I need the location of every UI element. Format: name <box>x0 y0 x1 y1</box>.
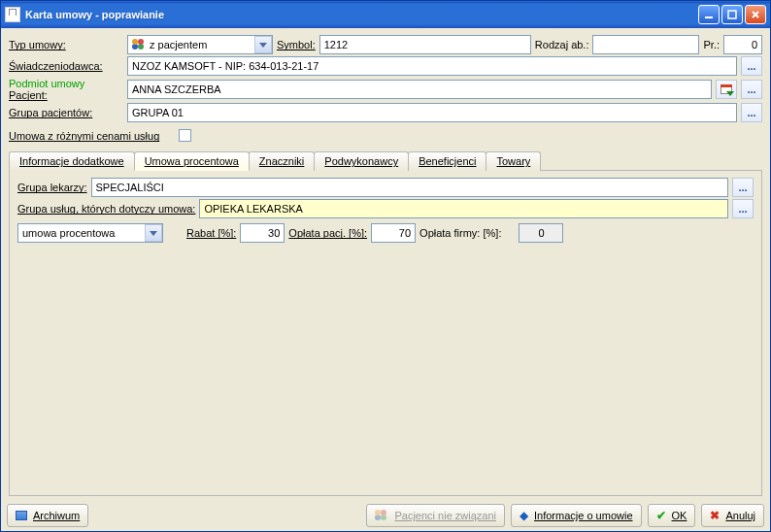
grupa-lekarzy-browse-button[interactable]: ... <box>732 178 754 197</box>
grupa-uslug-browse-button[interactable]: ... <box>732 199 754 218</box>
window-title: Karta umowy - poprawianie <box>25 9 698 20</box>
archiwum-button[interactable]: Archiwum <box>7 504 88 527</box>
label-podmiot-pacjent: Podmiot umowy Pacjent: <box>9 78 123 101</box>
typ-umowy-value: z pacjentem <box>150 39 207 50</box>
tab-beneficjenci[interactable]: Beneficjenci <box>408 151 486 171</box>
window: Karta umowy - poprawianie Typ umowy: z p… <box>0 0 771 532</box>
typ-umowy-proc-combo[interactable]: umowa procentowa <box>17 223 163 243</box>
pacjent-input[interactable] <box>127 80 712 99</box>
typ-umowy-proc-value: umowa procentowa <box>22 227 115 239</box>
tab-znaczniki[interactable]: Znaczniki <box>249 151 315 171</box>
label-podmiot-umowy: Podmiot umowy <box>9 78 123 89</box>
label-swiadczeniodawca: Świadczeniodawca: <box>9 60 123 72</box>
check-icon: ✔ <box>656 510 666 521</box>
label-rabat: Rabat [%]: <box>186 227 236 239</box>
pacjenci-nie-zwiazani-label: Pacjenci nie związani <box>394 510 496 521</box>
content: Typ umowy: z pacjentem Symbol: Rodzaj ab… <box>1 28 770 500</box>
symbol-input[interactable] <box>319 35 531 54</box>
pacjent-calendar-button[interactable] <box>716 80 737 99</box>
label-pr: Pr.: <box>703 39 720 50</box>
archiwum-label: Archiwum <box>33 510 80 521</box>
tab-body: Grupa lekarzy: ... Grupa usług, których … <box>9 171 762 496</box>
rodzaj-ab-input[interactable] <box>592 35 699 54</box>
umowa-rozne-ceny-checkbox[interactable] <box>179 129 191 142</box>
grupa-lekarzy-input[interactable] <box>91 178 728 197</box>
minimize-button[interactable] <box>698 5 720 24</box>
anuluj-button[interactable]: ✖ Anuluj <box>701 504 764 527</box>
people-icon <box>132 39 146 50</box>
label-typ-umowy: Typ umowy: <box>9 39 123 50</box>
tab-umowa-procentowa[interactable]: Umowa procentowa <box>134 151 250 171</box>
pr-input[interactable] <box>723 35 762 54</box>
close-button[interactable] <box>745 5 766 24</box>
svg-rect-0 <box>705 17 713 18</box>
info-icon: ◆ <box>520 510 528 521</box>
label-oplata-pacj: Opłata pacj. [%]: <box>288 227 367 239</box>
label-pacjent: Pacjent: <box>9 89 123 101</box>
informacje-o-umowie-label: Informacje o umowie <box>534 510 633 521</box>
people-icon <box>375 510 388 521</box>
label-grupa-pacjentow: Grupa pacjentów: <box>9 107 123 118</box>
ok-label: OK <box>672 510 687 521</box>
pacjenci-nie-zwiazani-button: Pacjenci nie związani <box>366 504 505 527</box>
tab-info[interactable]: Informacje dodatkowe <box>9 151 135 171</box>
rabat-input[interactable] <box>240 223 285 243</box>
archive-icon <box>16 511 27 520</box>
tab-podwykonawcy[interactable]: Podwykonawcy <box>314 151 409 171</box>
swiadczeniodawca-input[interactable] <box>127 56 737 76</box>
label-oplata-firmy: Opłata firmy: [%]: <box>419 227 501 239</box>
maximize-button[interactable] <box>721 5 743 24</box>
svg-rect-1 <box>728 11 736 18</box>
label-grupa-lekarzy: Grupa lekarzy: <box>17 182 87 193</box>
anuluj-label: Anuluj <box>725 510 755 521</box>
cancel-icon: ✖ <box>710 510 720 521</box>
label-symbol: Symbol: <box>277 39 316 50</box>
swiadczeniodawca-browse-button[interactable]: ... <box>741 56 762 76</box>
typ-umowy-dropdown-button[interactable] <box>254 36 272 53</box>
oplata-pacj-input[interactable] <box>371 223 416 243</box>
informacje-o-umowie-button[interactable]: ◆ Informacje o umowie <box>511 504 642 527</box>
typ-umowy-combo[interactable]: z pacjentem <box>127 35 273 54</box>
titlebar: Karta umowy - poprawianie <box>1 1 770 28</box>
tabs-bar: Informacje dodatkowe Umowa procentowa Zn… <box>9 150 762 171</box>
footer: Archiwum Pacjenci nie związani ◆ Informa… <box>1 500 770 531</box>
oplata-firmy-display <box>519 223 563 243</box>
typ-umowy-proc-dropdown-button[interactable] <box>145 224 162 242</box>
label-grupa-uslug: Grupa usług, których dotyczy umowa: <box>17 203 195 215</box>
label-rodzaj-ab: Rodzaj ab.: <box>535 39 589 50</box>
grupa-uslug-input[interactable] <box>199 199 728 218</box>
label-umowa-rozne-ceny: Umowa z różnymi cenami usług <box>9 130 159 142</box>
ok-button[interactable]: ✔ OK <box>648 504 696 527</box>
grupa-pacjentow-input[interactable] <box>127 103 737 122</box>
pacjent-browse-button[interactable]: ... <box>741 80 762 99</box>
app-icon <box>5 7 20 22</box>
calendar-icon <box>721 84 732 94</box>
grupa-pacjentow-browse-button[interactable]: ... <box>741 103 762 122</box>
window-buttons <box>698 5 766 24</box>
tab-towary[interactable]: Towary <box>486 151 541 171</box>
